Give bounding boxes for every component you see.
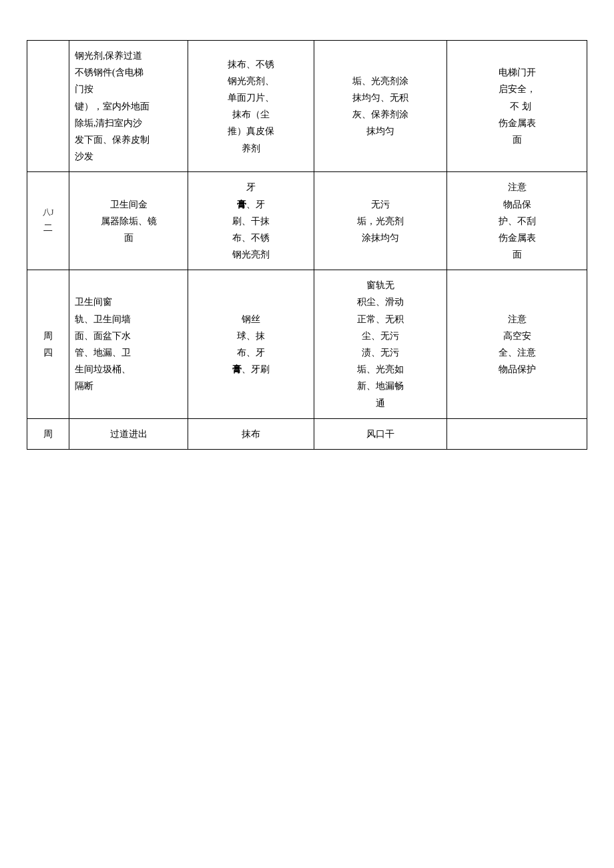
- row4-col5: [447, 418, 587, 449]
- row2-col5: 注意物品保护、不刮伤金属表面: [447, 172, 587, 270]
- row2-col4: 无污垢，光亮剂涂抹均匀: [314, 172, 446, 270]
- row1-col1: [27, 41, 69, 172]
- row4-col4: 风口干: [314, 418, 446, 449]
- row1-col3: 抹布、不锈钢光亮剂、单面刀片、抹布（尘推）真皮保养剂: [188, 41, 314, 172]
- row2-col3: 牙膏、牙刷、干抹布、不锈钢光亮剂: [188, 172, 314, 270]
- row1-col5: 电梯门开启安全， 不 划伤金属表面: [447, 41, 587, 172]
- table-row: 钢光剂,保养过道不锈钢件(含电梯门按键），室内外地面除垢,清扫室内沙发下面、保养…: [27, 41, 587, 172]
- row1-col2: 钢光剂,保养过道不锈钢件(含电梯门按键），室内外地面除垢,清扫室内沙发下面、保养…: [69, 41, 188, 172]
- row3-col4: 窗轨无积尘、滑动正常、无积尘、无污渍、无污垢、光亮如新、地漏畅通: [314, 270, 446, 419]
- row2-col1: 八J 二: [27, 172, 69, 270]
- row4-col3: 抹布: [188, 418, 314, 449]
- table-row: 周 过道进出 抹布 风口干: [27, 418, 587, 449]
- row4-col1: 周: [27, 418, 69, 449]
- table-row: 周四 卫生间窗轨、卫生间墙面、面盆下水管、地漏、卫生间垃圾桶、隔断 钢丝球、抹布…: [27, 270, 587, 419]
- row3-col2: 卫生间窗轨、卫生间墙面、面盆下水管、地漏、卫生间垃圾桶、隔断: [69, 270, 188, 419]
- main-table-wrapper: 钢光剂,保养过道不锈钢件(含电梯门按键），室内外地面除垢,清扫室内沙发下面、保养…: [27, 40, 587, 450]
- row4-col2: 过道进出: [69, 418, 188, 449]
- row3-col1: 周四: [27, 270, 69, 419]
- table-row: 八J 二 卫生间金属器除垢、镜面 牙膏、牙刷、干抹布、不锈钢光亮剂 无污垢，光亮…: [27, 172, 587, 270]
- row3-col3: 钢丝球、抹布、牙膏、牙刷: [188, 270, 314, 419]
- schedule-table: 钢光剂,保养过道不锈钢件(含电梯门按键），室内外地面除垢,清扫室内沙发下面、保养…: [27, 40, 587, 450]
- row3-col5: 注意高空安全、注意物品保护: [447, 270, 587, 419]
- row2-col2: 卫生间金属器除垢、镜面: [69, 172, 188, 270]
- row1-col4: 垢、光亮剂涂抹均匀、无积灰、保养剂涂抹均匀: [314, 41, 446, 172]
